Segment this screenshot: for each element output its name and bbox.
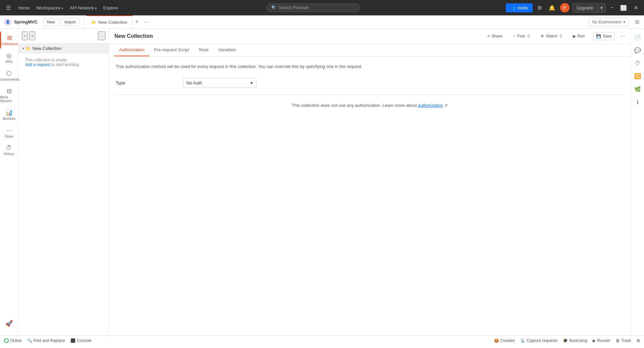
- capture-requests-button[interactable]: 📡 Capture requests: [520, 338, 557, 343]
- upgrade-label[interactable]: Upgrade: [573, 3, 598, 12]
- panel-more-icon[interactable]: ···: [98, 31, 105, 40]
- tab-content-area: This authorization method will be used f…: [109, 57, 631, 335]
- flows-icon: ⋯: [6, 127, 12, 134]
- run-icon: ▶: [573, 34, 576, 39]
- search-icon: 🔍: [271, 5, 276, 10]
- tab-authorization[interactable]: Authorization: [114, 44, 149, 56]
- sidebar-history-label: History: [4, 152, 14, 156]
- nav-workspaces[interactable]: Workspaces: [34, 4, 66, 12]
- watch-button[interactable]: 👁 Watch 0: [538, 32, 565, 40]
- sidebar-collections-label: Collections: [1, 42, 18, 46]
- runner-label: Runner: [597, 338, 610, 343]
- minimize-button[interactable]: −: [608, 3, 615, 13]
- sidebar-item-apis[interactable]: ◎ APIs: [0, 49, 18, 66]
- tab-tests[interactable]: Tests: [194, 44, 213, 56]
- sidebar-item-mock-servers[interactable]: ⊟ Mock Servers: [0, 85, 18, 106]
- rs-git-icon[interactable]: 🔀: [632, 70, 644, 82]
- tab-more-button[interactable]: ···: [141, 19, 151, 25]
- auth-learn-more-link[interactable]: authorization: [418, 103, 443, 108]
- sidebar-item-monitors[interactable]: 📊 Monitors: [0, 106, 18, 123]
- rs-branch-icon[interactable]: 🌿: [632, 83, 644, 95]
- bootcamp-button[interactable]: 🎓 Bootcamp: [563, 338, 587, 343]
- sidebar-item-environments[interactable]: ⬡ Environments: [0, 67, 18, 84]
- invite-button[interactable]: 👥 Invite: [506, 3, 533, 12]
- upgrade-button[interactable]: Upgrade ▾: [572, 3, 606, 13]
- add-request-link[interactable]: Add a request: [25, 62, 50, 67]
- save-button[interactable]: 💾 Save: [593, 32, 615, 40]
- run-button[interactable]: ▶ Run: [570, 32, 588, 40]
- layout-icon: ⊞: [637, 338, 640, 343]
- online-status[interactable]: Online: [4, 338, 22, 343]
- content-area: New Collection ↗ Share ⑂ Fork 0 👁 Watch …: [109, 29, 631, 335]
- tab-add-button[interactable]: +: [132, 18, 142, 25]
- import-button[interactable]: Import: [61, 18, 79, 26]
- sidebar-item-collections[interactable]: ⊞ Collections: [0, 31, 18, 49]
- cookies-button[interactable]: 🍪 Cookies: [494, 338, 515, 343]
- content-tabs: Authorization Pre-request Script Tests V…: [109, 44, 631, 57]
- monitors-icon: 📊: [5, 109, 13, 116]
- rs-document-icon[interactable]: 📄: [632, 31, 644, 43]
- sidebar-item-flows[interactable]: ⋯ Flows: [0, 124, 18, 141]
- save-icon: 💾: [596, 34, 601, 39]
- trash-button[interactable]: 🗑 Trash: [616, 338, 631, 343]
- collection-item-new[interactable]: ▾ 📁 New Collection: [18, 43, 109, 54]
- rs-comment-icon[interactable]: 💬: [632, 45, 644, 56]
- search-box[interactable]: 🔍 Search Postman: [266, 3, 360, 12]
- auth-type-label: Type: [116, 80, 183, 85]
- nav-home[interactable]: Home: [15, 4, 33, 12]
- console-button[interactable]: ⬛ Console: [70, 338, 92, 343]
- upgrade-arrow[interactable]: ▾: [598, 3, 605, 12]
- auth-type-value: No Auth: [186, 80, 202, 85]
- capture-label: Capture requests: [527, 338, 557, 343]
- auth-type-select[interactable]: No Auth ▾: [183, 78, 257, 88]
- content-actions: ↗ Share ⑂ Fork 0 👁 Watch 0 ▶ Run: [484, 32, 625, 40]
- nav-explore[interactable]: Explore: [101, 4, 121, 12]
- tab-new-collection[interactable]: 📁 New Collection: [87, 15, 132, 28]
- fork-button[interactable]: ⑂ Fork 0: [511, 32, 533, 40]
- find-replace-button[interactable]: 🔍 Find and Replace: [27, 338, 65, 343]
- env-arrow-icon: ▾: [623, 20, 625, 24]
- bottombar: Online 🔍 Find and Replace ⬛ Console 🍪 Co…: [0, 335, 644, 345]
- content-title: New Collection: [114, 33, 484, 39]
- bell-icon[interactable]: 🔔: [547, 3, 557, 13]
- env-settings-icon[interactable]: ⊞: [633, 17, 641, 27]
- collection-name: New Collection: [33, 46, 62, 51]
- sidebar-item-history[interactable]: ⏱ History: [0, 142, 18, 158]
- bootcamp-icon: 🎓: [563, 338, 568, 343]
- layout-button[interactable]: ⊞: [637, 338, 640, 343]
- search-area: 🔍 Search Postman: [123, 3, 503, 12]
- sidebar-monitors-label: Monitors: [3, 117, 15, 121]
- watch-count: 0: [560, 34, 562, 39]
- sidebar-apis-label: APIs: [5, 60, 12, 64]
- close-button[interactable]: ✕: [632, 3, 640, 13]
- fork-icon: ⑂: [513, 34, 516, 39]
- tab-variables[interactable]: Variables: [213, 44, 240, 56]
- collection-empty: This collection is empty Add a request t…: [18, 54, 109, 71]
- menu-icon[interactable]: ☰: [4, 3, 13, 13]
- right-sidebar: 📄 💬 ⏱ 🔀 🌿 ℹ: [631, 29, 644, 335]
- runner-button[interactable]: ▶ Runner: [593, 338, 610, 343]
- tabs-bar: 📁 New Collection + ···: [84, 15, 585, 28]
- settings-icon[interactable]: ⚙: [535, 3, 544, 13]
- rs-info-icon[interactable]: ℹ: [634, 96, 641, 108]
- collections-icon: ⊞: [7, 34, 12, 42]
- rs-history-icon[interactable]: ⏱: [632, 58, 643, 69]
- more-actions-button[interactable]: ···: [620, 33, 625, 40]
- share-icon: ↗: [487, 34, 490, 39]
- workspace-info: 👤 SpringMVC New Import: [0, 15, 84, 28]
- sidebar-environments-label: Environments: [0, 78, 19, 81]
- env-dropdown[interactable]: No Environment ▾: [589, 18, 629, 26]
- tab-pre-request-script[interactable]: Pre-request Script: [149, 44, 194, 56]
- panel-add-icon[interactable]: +: [22, 31, 28, 40]
- sidebar-item-rocket[interactable]: 🚀: [0, 317, 18, 330]
- cookies-icon: 🍪: [494, 338, 499, 343]
- watch-icon: 👁: [540, 34, 544, 39]
- online-circle-icon: [4, 338, 9, 343]
- nav-api-network[interactable]: API Network: [67, 4, 99, 12]
- share-button[interactable]: ↗ Share: [484, 32, 505, 40]
- capture-icon: 📡: [520, 338, 525, 343]
- postman-avatar: P: [560, 3, 570, 12]
- maximize-button[interactable]: ⬜: [618, 3, 629, 13]
- new-button[interactable]: New: [43, 18, 59, 26]
- panel-filter-icon[interactable]: ≡: [29, 31, 35, 40]
